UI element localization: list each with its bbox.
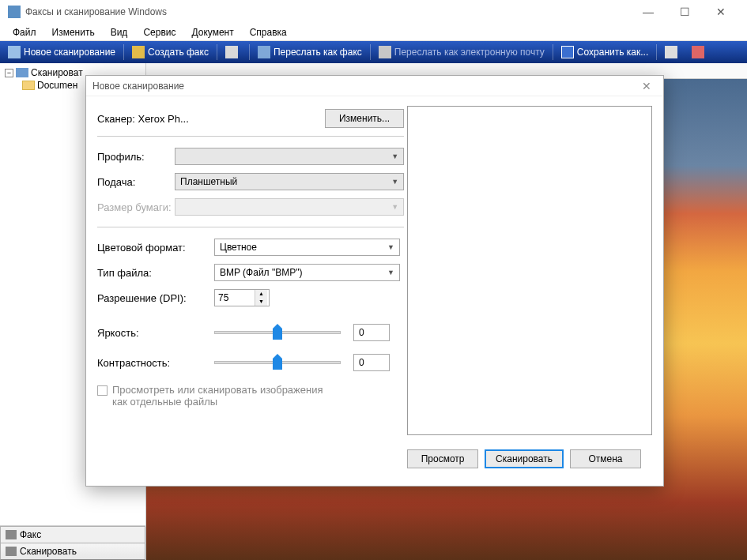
- scanner-icon: [8, 46, 21, 58]
- tree-child-label: Documен: [37, 80, 77, 91]
- menu-help[interactable]: Справка: [242, 25, 295, 39]
- toolbar-forward-email[interactable]: Переслать как электронную почту: [374, 44, 549, 60]
- menubar: Файл Изменить Вид Сервис Документ Справк…: [0, 24, 747, 41]
- filetype-row: Тип файла: BMP (Файл "BMP") ▼: [97, 264, 404, 281]
- scanner-row: Сканер: Xerox Ph... Изменить...: [97, 106, 404, 137]
- brightness-label: Яркость:: [97, 327, 214, 339]
- slider-thumb[interactable]: [273, 354, 282, 370]
- spinner-down[interactable]: ▼: [255, 298, 267, 306]
- spinner-up[interactable]: ▲: [255, 290, 267, 298]
- contrast-label: Контрастность:: [97, 357, 214, 369]
- brightness-slider[interactable]: [214, 331, 341, 334]
- color-select[interactable]: Цветное ▼: [214, 239, 400, 256]
- contrast-row: Контрастность: 0: [97, 354, 404, 371]
- brightness-row: Яркость: 0: [97, 324, 404, 341]
- mail-icon: [225, 46, 238, 58]
- dpi-input[interactable]: [215, 292, 255, 303]
- preview-button[interactable]: Просмотр: [407, 449, 478, 468]
- profile-select[interactable]: ▼: [175, 148, 404, 165]
- scan-button[interactable]: Сканировать: [485, 449, 564, 468]
- brightness-value: 0: [353, 324, 390, 341]
- toolbar-delete[interactable]: [687, 44, 712, 60]
- toolbar-separator: [370, 44, 371, 60]
- tab-scan[interactable]: Сканировать: [0, 543, 145, 560]
- source-label: Подача:: [97, 176, 175, 188]
- source-value: Планшетный: [180, 176, 237, 187]
- window-buttons: — ☐ ✕: [630, 0, 739, 24]
- source-row: Подача: Планшетный ▼: [97, 173, 404, 190]
- forward-icon: [258, 46, 270, 58]
- fax-icon: [132, 46, 145, 58]
- dpi-label: Разрешение (DPI):: [97, 292, 214, 304]
- bottom-tabs: Факс Сканировать: [0, 525, 145, 560]
- toolbar-separator: [656, 44, 657, 60]
- menu-file[interactable]: Файл: [5, 25, 44, 39]
- chevron-down-icon: ▼: [391, 178, 398, 186]
- separate-files-row: Просмотреть или сканировать изображения …: [97, 384, 404, 408]
- filetype-select[interactable]: BMP (Файл "BMP") ▼: [214, 264, 400, 281]
- toolbar-separator: [217, 44, 217, 60]
- spinner-buttons: ▲ ▼: [255, 290, 267, 306]
- chevron-down-icon: ▼: [391, 203, 398, 211]
- toolbar-save-as[interactable]: Сохранить как...: [556, 44, 653, 60]
- dialog-left-panel: Сканер: Xerox Ph... Изменить... Профиль:…: [97, 106, 404, 478]
- scanner-folder-icon: [16, 68, 28, 77]
- separate-files-checkbox: [97, 385, 108, 396]
- dialog-close-button[interactable]: ✕: [636, 78, 657, 94]
- profile-label: Профиль:: [97, 151, 175, 163]
- separate-files-label: Просмотреть или сканировать изображения …: [112, 384, 334, 408]
- toolbar: Новое сканирование Создать факс Переслат…: [0, 41, 747, 63]
- menu-service[interactable]: Сервис: [135, 25, 183, 39]
- close-button[interactable]: ✕: [703, 0, 739, 24]
- tab-fax-label: Факс: [20, 529, 41, 540]
- cancel-button[interactable]: Отмена: [570, 449, 641, 468]
- minimize-button[interactable]: —: [630, 0, 666, 24]
- color-row: Цветовой формат: Цветное ▼: [97, 239, 404, 256]
- tab-scan-label: Сканировать: [20, 546, 77, 557]
- paper-row: Размер бумаги: ▼: [97, 198, 404, 216]
- paper-label: Размер бумаги:: [97, 201, 175, 213]
- titlebar: Факсы и сканирование Windows — ☐ ✕: [0, 0, 747, 24]
- tree-root-label: Сканироват: [31, 67, 83, 78]
- dpi-spinner[interactable]: ▲ ▼: [214, 289, 270, 306]
- toolbar-forward-fax[interactable]: Переслать как факс: [253, 44, 367, 60]
- toolbar-print[interactable]: [660, 44, 685, 60]
- color-value: Цветное: [220, 242, 257, 253]
- tab-fax[interactable]: Факс: [0, 526, 145, 543]
- dialog-buttons: Просмотр Сканировать Отмена: [407, 449, 652, 478]
- toolbar-new-scan[interactable]: Новое сканирование: [3, 44, 120, 60]
- slider-thumb[interactable]: [273, 324, 282, 340]
- print-icon: [665, 46, 677, 58]
- source-select[interactable]: Планшетный ▼: [175, 173, 404, 190]
- app-icon: [8, 6, 21, 18]
- contrast-value: 0: [353, 354, 390, 371]
- color-label: Цветовой формат:: [97, 242, 214, 254]
- envelope-icon: [379, 46, 391, 58]
- paper-select: ▼: [175, 198, 404, 216]
- contrast-slider[interactable]: [214, 361, 341, 364]
- maximize-button[interactable]: ☐: [666, 0, 703, 24]
- dpi-row: Разрешение (DPI): ▲ ▼: [97, 289, 404, 306]
- toolbar-create-fax[interactable]: Создать факс: [127, 44, 213, 60]
- chevron-down-icon: ▼: [387, 243, 394, 251]
- fax-tab-icon: [6, 530, 17, 539]
- scan-tab-icon: [6, 547, 17, 556]
- dialog-titlebar: Новое сканирование ✕: [86, 76, 663, 96]
- toolbar-separator: [249, 44, 250, 60]
- change-scanner-button[interactable]: Изменить...: [325, 109, 404, 128]
- dialog-right-panel: Просмотр Сканировать Отмена: [404, 106, 652, 478]
- dialog-body: Сканер: Xerox Ph... Изменить... Профиль:…: [86, 96, 663, 486]
- menu-document[interactable]: Документ: [183, 25, 241, 39]
- chevron-down-icon: ▼: [391, 152, 398, 160]
- scanner-label: Сканер: Xerox Ph...: [97, 113, 325, 125]
- toolbar-mail[interactable]: [221, 44, 246, 60]
- scan-preview-pane[interactable]: [407, 106, 652, 435]
- menu-edit[interactable]: Изменить: [44, 25, 103, 39]
- tree-collapse-icon[interactable]: −: [5, 69, 13, 77]
- delete-icon: [692, 46, 704, 58]
- save-icon: [561, 46, 574, 58]
- dialog-title: Новое сканирование: [92, 81, 636, 92]
- settings-group: Цветовой формат: Цветное ▼ Тип файла: BM…: [97, 239, 404, 408]
- menu-view[interactable]: Вид: [103, 25, 136, 39]
- window-title: Факсы и сканирование Windows: [25, 6, 630, 17]
